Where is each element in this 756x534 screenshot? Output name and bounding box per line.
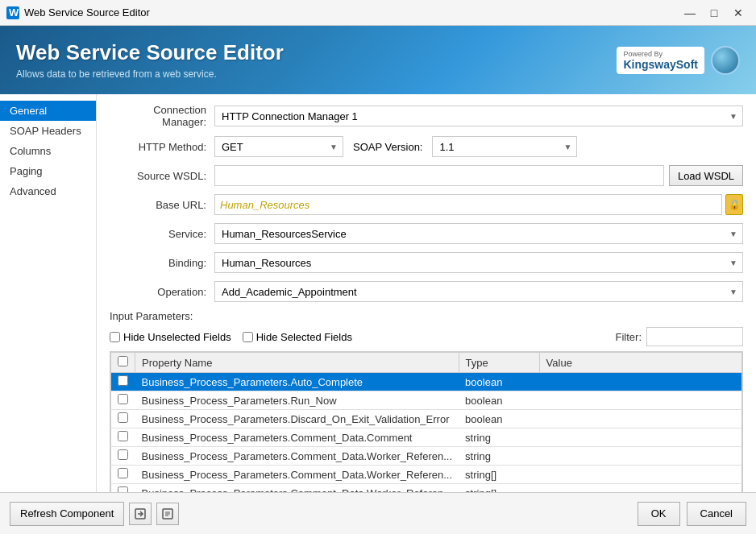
row-type: string	[459, 447, 539, 466]
row-checkbox-cell[interactable]	[111, 447, 135, 466]
row-checkbox-cell[interactable]	[111, 466, 135, 484]
binding-dropdown[interactable]: Human_Resources ▼	[214, 252, 743, 273]
row-checkbox[interactable]	[118, 412, 128, 423]
maximize-button[interactable]: □	[703, 2, 725, 24]
soap-version-select[interactable]: 1.1 1.2	[433, 137, 576, 156]
row-type: string[]	[459, 466, 539, 484]
hide-selected-checkbox[interactable]	[243, 332, 253, 342]
row-value	[539, 410, 741, 428]
row-type: string	[459, 428, 539, 447]
col-header-checkbox	[111, 353, 135, 373]
row-checkbox[interactable]	[118, 375, 128, 386]
operation-select[interactable]: Add_Academic_Appointment	[215, 282, 742, 301]
parameters-table-container: Property Name Type Value Business_Proces…	[110, 351, 743, 492]
base-url-field: Human_Resources	[214, 194, 722, 215]
header-title: Web Service Source Editor	[16, 40, 284, 65]
row-checkbox-cell[interactable]	[111, 484, 135, 493]
table-row[interactable]: Business_Process_Parameters.Comment_Data…	[111, 428, 742, 447]
row-checkbox-cell[interactable]	[111, 373, 135, 391]
connection-manager-row: Connection Manager: HTTP Connection Mana…	[110, 104, 743, 128]
service-dropdown[interactable]: Human_ResourcesService ▼	[214, 223, 743, 244]
row-checkbox[interactable]	[118, 394, 128, 404]
globe-icon	[711, 46, 740, 75]
parameters-table: Property Name Type Value Business_Proces…	[110, 352, 742, 492]
sidebar-item-columns[interactable]: Columns	[0, 141, 96, 161]
load-wsdl-button[interactable]: Load WSDL	[669, 165, 743, 186]
title-bar-controls: — □ ✕	[679, 2, 750, 24]
method-soap-row: HTTP Method: GET POST ▼ SOAP Version: 1.…	[110, 136, 743, 157]
row-checkbox-cell[interactable]	[111, 391, 135, 410]
table-header-row: Property Name Type Value	[111, 353, 742, 373]
minimize-button[interactable]: —	[679, 2, 701, 24]
sidebar-item-paging[interactable]: Paging	[0, 161, 96, 181]
sidebar-item-soap-headers[interactable]: SOAP Headers	[0, 121, 96, 141]
row-property: Business_Process_Parameters.Comment_Data…	[135, 466, 459, 484]
row-checkbox[interactable]	[118, 468, 128, 478]
http-method-label: HTTP Method:	[110, 141, 214, 153]
row-property: Business_Process_Parameters.Comment_Data…	[135, 484, 459, 493]
operation-dropdown[interactable]: Add_Academic_Appointment ▼	[214, 281, 743, 302]
hide-unselected-checkbox-label[interactable]: Hide Unselected Fields	[110, 331, 231, 343]
table-row[interactable]: Business_Process_Parameters.Comment_Data…	[111, 466, 742, 484]
binding-select[interactable]: Human_Resources	[215, 253, 742, 272]
hide-selected-checkbox-label[interactable]: Hide Selected Fields	[243, 331, 352, 343]
cancel-button[interactable]: Cancel	[687, 502, 746, 526]
connection-manager-select[interactable]: HTTP Connection Manager 1	[215, 106, 742, 126]
http-method-select[interactable]: GET POST	[215, 137, 343, 156]
ok-button[interactable]: OK	[638, 502, 680, 526]
row-checkbox[interactable]	[118, 431, 128, 441]
row-property: Business_Process_Parameters.Comment_Data…	[135, 428, 459, 447]
sidebar-item-advanced[interactable]: Advanced	[0, 181, 96, 201]
checkboxes-filter-row: Hide Unselected Fields Hide Selected Fie…	[110, 327, 743, 346]
http-method-dropdown[interactable]: GET POST ▼	[214, 136, 343, 157]
table-row[interactable]: Business_Process_Parameters.Discard_On_E…	[111, 410, 742, 428]
col-header-type: Type	[459, 353, 539, 373]
footer-right: OK Cancel	[638, 502, 746, 526]
hide-unselected-checkbox[interactable]	[110, 332, 120, 342]
app-icon: W	[6, 6, 19, 19]
header-logo: Powered By KingswaySoft	[617, 46, 740, 75]
title-bar: W Web Service Source Editor — □ ✕	[0, 0, 756, 26]
import-icon	[135, 508, 146, 520]
connection-manager-dropdown[interactable]: HTTP Connection Manager 1 ▼	[214, 106, 743, 126]
icon-button-1[interactable]	[129, 503, 152, 525]
service-label: Service:	[110, 228, 214, 240]
source-wsdl-label: Source WSDL:	[110, 170, 214, 182]
close-button[interactable]: ✕	[727, 2, 750, 24]
logo-powered: Powered By	[623, 50, 698, 58]
table-row[interactable]: Business_Process_Parameters.Auto_Complet…	[111, 373, 742, 391]
operation-row: Operation: Add_Academic_Appointment ▼	[110, 281, 743, 302]
binding-row: Binding: Human_Resources ▼	[110, 252, 743, 273]
service-row: Service: Human_ResourcesService ▼	[110, 223, 743, 244]
refresh-component-button[interactable]: Refresh Component	[10, 502, 124, 526]
form-area: Connection Manager: HTTP Connection Mana…	[97, 94, 756, 492]
input-parameters-text: Input Parameters:	[110, 310, 193, 322]
service-select[interactable]: Human_ResourcesService	[215, 224, 742, 243]
row-type: boolean	[459, 410, 539, 428]
sidebar-item-general[interactable]: General	[0, 101, 96, 121]
filter-input[interactable]	[646, 327, 743, 346]
row-checkbox-cell[interactable]	[111, 428, 135, 447]
soap-version-dropdown[interactable]: 1.1 1.2 ▼	[432, 136, 577, 157]
table-row[interactable]: Business_Process_Parameters.Comment_Data…	[111, 447, 742, 466]
lock-icon: 🔒	[725, 194, 743, 215]
source-wsdl-input[interactable]: https://clientcenter.api.bingads.microso…	[214, 165, 664, 186]
table-row[interactable]: Business_Process_Parameters.Comment_Data…	[111, 484, 742, 493]
row-checkbox[interactable]	[118, 449, 128, 460]
filter-label: Filter:	[616, 331, 642, 343]
soap-version-label: SOAP Version:	[353, 141, 422, 153]
footer-left: Refresh Component	[10, 502, 179, 526]
select-all-checkbox[interactable]	[118, 356, 128, 366]
row-type: boolean	[459, 391, 539, 410]
row-checkbox-cell[interactable]	[111, 410, 135, 428]
icon-button-2[interactable]	[156, 503, 179, 525]
row-value	[539, 428, 741, 447]
header-subtitle: Allows data to be retrieved from a web s…	[16, 68, 284, 80]
logo-box: Powered By KingswaySoft	[617, 47, 704, 74]
binding-label: Binding:	[110, 257, 214, 269]
table-row[interactable]: Business_Process_Parameters.Run_Now bool…	[111, 391, 742, 410]
connection-manager-label: Connection Manager:	[110, 104, 214, 128]
row-checkbox[interactable]	[118, 486, 128, 492]
title-bar-title: Web Service Source Editor	[24, 6, 150, 19]
input-parameters-label: Input Parameters:	[110, 310, 743, 322]
